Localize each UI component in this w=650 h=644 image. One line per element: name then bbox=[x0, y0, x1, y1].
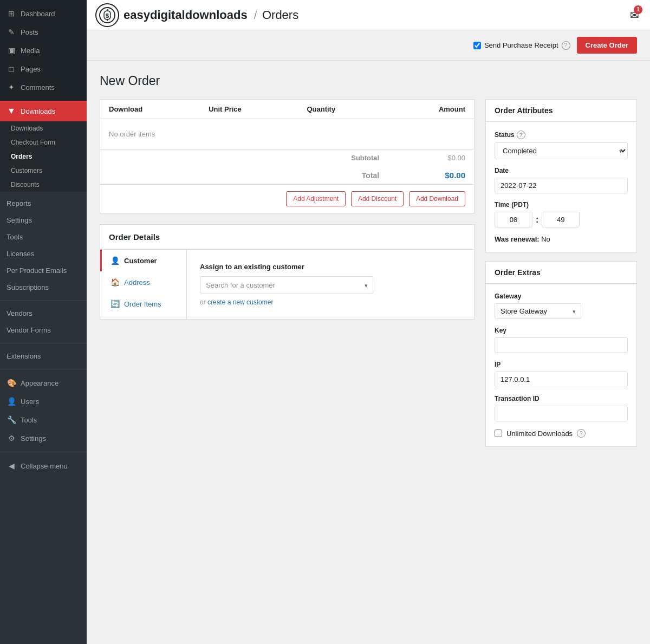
items-table: Download Unit Price Quantity Amount No o… bbox=[100, 100, 474, 213]
brand-easy: easy bbox=[123, 8, 150, 22]
unlimited-downloads-label[interactable]: Unlimited Downloads ? bbox=[495, 429, 628, 438]
col-unit-price: Unit Price bbox=[200, 100, 298, 119]
date-input[interactable] bbox=[495, 178, 628, 193]
sidebar-item-per-product-emails[interactable]: Per Product Emails bbox=[0, 262, 87, 279]
comments-icon: ✦ bbox=[6, 82, 16, 92]
subheader: Send Purchase Receipt ? Create Order bbox=[87, 30, 650, 61]
time-hour-input[interactable] bbox=[495, 212, 532, 227]
brand-text: easydigitaldownloads bbox=[123, 8, 251, 22]
order-details-nav: 👤 Customer 🏠 Address 🔄 Order Items bbox=[100, 250, 187, 319]
sidebar-item-settings[interactable]: Settings bbox=[0, 212, 87, 229]
sidebar-item-vendor-forms[interactable]: Vendor Forms bbox=[0, 322, 87, 339]
sidebar-item-tools2[interactable]: 🔧 Tools bbox=[0, 411, 87, 429]
status-help-icon[interactable]: ? bbox=[517, 131, 525, 139]
send-receipt-checkbox[interactable] bbox=[473, 42, 481, 49]
unlimited-downloads-checkbox[interactable] bbox=[495, 430, 502, 437]
subtotal-value: $0.00 bbox=[388, 149, 474, 167]
gateway-select-wrapper: Store Gateway PayPal Stripe bbox=[495, 303, 581, 319]
key-input[interactable] bbox=[495, 337, 628, 353]
page-content: New Order Download Unit Price Quantity bbox=[87, 61, 650, 644]
collapse-menu-button[interactable]: ◀ Collapse menu bbox=[0, 457, 87, 475]
header-row: Download Unit Price Quantity Amount bbox=[100, 100, 474, 119]
sidebar-item-appearance[interactable]: 🎨 Appearance bbox=[0, 374, 87, 392]
key-field-group: Key bbox=[495, 327, 628, 353]
order-extras-body: Gateway Store Gateway PayPal Stripe bbox=[486, 284, 636, 446]
unlimited-downloads-help-icon[interactable]: ? bbox=[577, 429, 586, 438]
status-label-text: Status bbox=[495, 131, 515, 139]
renewal-field-group: Was renewal: No bbox=[495, 235, 628, 243]
nav-customer[interactable]: 👤 Customer bbox=[100, 250, 186, 271]
nav-order-items[interactable]: 🔄 Order Items bbox=[100, 293, 186, 315]
status-select[interactable]: Completed Pending Refunded Failed Abando… bbox=[495, 142, 628, 159]
sidebar-item-label: Tools bbox=[21, 416, 37, 424]
create-new-customer-link[interactable]: create a new customer bbox=[207, 298, 273, 306]
add-adjustment-button[interactable]: Add Adjustment bbox=[286, 191, 346, 206]
assign-label: Assign to an existing customer bbox=[200, 263, 461, 271]
sidebar-divider-3 bbox=[0, 369, 87, 369]
downloads-main-icon: ▼ bbox=[6, 106, 16, 116]
brand-separator: / bbox=[254, 9, 257, 21]
sidebar-item-customers[interactable]: Customers bbox=[6, 164, 87, 178]
sidebar-item-pages[interactable]: ◻ Pages bbox=[0, 60, 87, 78]
sidebar-item-downloads-main[interactable]: ▼ Downloads bbox=[0, 101, 87, 121]
sidebar-item-downloads[interactable]: Downloads bbox=[6, 121, 87, 135]
customer-nav-label: Customer bbox=[124, 257, 157, 265]
sidebar-item-comments[interactable]: ✦ Comments bbox=[0, 78, 87, 96]
sidebar-item-tools[interactable]: Tools bbox=[0, 229, 87, 245]
date-field-group: Date bbox=[495, 167, 628, 193]
status-field-group: Status ? Completed Pending Refunded Fail… bbox=[495, 131, 628, 159]
unlimited-downloads-text: Unlimited Downloads bbox=[506, 430, 573, 438]
sidebar-item-licenses[interactable]: Licenses bbox=[0, 245, 87, 262]
sidebar-item-subscriptions[interactable]: Subscriptions bbox=[0, 279, 87, 296]
content-grid: Download Unit Price Quantity Amount No o… bbox=[100, 99, 637, 447]
left-column: Download Unit Price Quantity Amount No o… bbox=[100, 99, 474, 447]
sidebar-divider-1 bbox=[0, 300, 87, 301]
media-icon: ▣ bbox=[6, 45, 16, 55]
status-select-wrapper: Completed Pending Refunded Failed Abando… bbox=[495, 142, 628, 159]
sidebar-top: ⊞ Dashboard ✎ Posts ▣ Media ◻ Pages ✦ Co… bbox=[0, 0, 87, 101]
add-download-button[interactable]: Add Download bbox=[409, 191, 465, 206]
send-receipt-label[interactable]: Send Purchase Receipt ? bbox=[473, 41, 570, 50]
time-inputs-wrapper: : bbox=[495, 212, 628, 227]
inbox-button[interactable]: ✉ 1 bbox=[628, 6, 641, 24]
sidebar-item-settings2[interactable]: ⚙ Settings bbox=[0, 429, 87, 447]
order-extras-panel: Order Extras Gateway Store Gateway PayPa… bbox=[485, 261, 637, 447]
order-items-table: Download Unit Price Quantity Amount No o… bbox=[100, 99, 474, 213]
add-discount-button[interactable]: Add Discount bbox=[351, 191, 404, 206]
brand: $ easydigitaldownloads / Orders bbox=[95, 3, 298, 27]
sidebar-item-dashboard[interactable]: ⊞ Dashboard bbox=[0, 4, 87, 23]
sidebar-item-label: Dashboard bbox=[21, 10, 55, 18]
sidebar-item-label: Downloads bbox=[21, 107, 55, 115]
sidebar-item-users[interactable]: 👤 Users bbox=[0, 392, 87, 411]
order-details-body: 👤 Customer 🏠 Address 🔄 Order Items bbox=[100, 250, 474, 319]
transaction-id-input[interactable] bbox=[495, 406, 628, 421]
sidebar-vendors-section: Vendors Vendor Forms bbox=[0, 305, 87, 339]
collapse-label: Collapse menu bbox=[21, 462, 68, 470]
order-details: Order Details 👤 Customer 🏠 Address bbox=[100, 224, 474, 320]
ip-field-group: IP bbox=[495, 361, 628, 387]
sidebar-item-media[interactable]: ▣ Media bbox=[0, 41, 87, 60]
total-amount: $0.00 bbox=[445, 171, 465, 180]
sidebar-item-orders[interactable]: Orders bbox=[6, 149, 87, 164]
total-label: Total bbox=[100, 166, 388, 185]
nav-address[interactable]: 🏠 Address bbox=[100, 271, 186, 293]
ip-input[interactable] bbox=[495, 372, 628, 387]
brand-logo-svg: $ bbox=[99, 6, 116, 24]
table-body: No order items Subtotal $0.00 Total $0. bbox=[100, 119, 474, 213]
gateway-select[interactable]: Store Gateway PayPal Stripe bbox=[495, 303, 581, 319]
customer-select-wrapper: Search for a customer ▾ bbox=[200, 276, 373, 294]
sidebar-item-reports[interactable]: Reports bbox=[0, 195, 87, 212]
key-label: Key bbox=[495, 327, 628, 334]
sidebar-item-vendors[interactable]: Vendors bbox=[0, 305, 87, 322]
sidebar-item-extensions[interactable]: Extensions bbox=[0, 348, 87, 365]
sidebar-item-checkout-form[interactable]: Checkout Form bbox=[6, 135, 87, 149]
time-minute-input[interactable] bbox=[542, 212, 580, 227]
sidebar-item-discounts[interactable]: Discounts bbox=[6, 178, 87, 192]
create-order-button[interactable]: Create Order bbox=[577, 37, 637, 54]
sidebar-divider-2 bbox=[0, 343, 87, 343]
ip-label: IP bbox=[495, 361, 628, 368]
send-receipt-help-icon[interactable]: ? bbox=[562, 41, 570, 50]
customer-select[interactable]: Search for a customer bbox=[200, 276, 373, 294]
sidebar-item-posts[interactable]: ✎ Posts bbox=[0, 23, 87, 41]
tools-icon: 🔧 bbox=[6, 415, 16, 425]
